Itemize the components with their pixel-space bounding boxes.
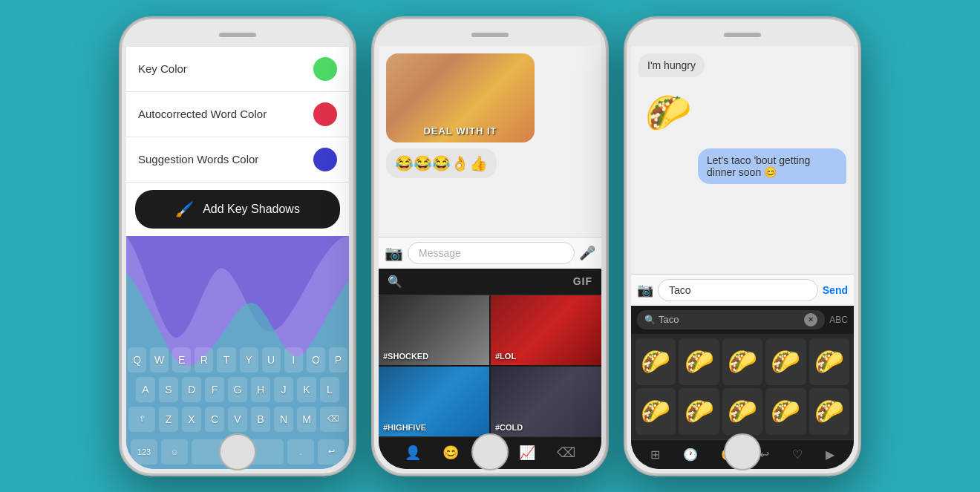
gif-cell-cold[interactable]: #COLD bbox=[491, 367, 601, 436]
key-emoji[interactable]: ☺ bbox=[161, 439, 188, 465]
phone-1-home-button[interactable] bbox=[219, 433, 256, 470]
taco-sticker-chat: 🌮 bbox=[638, 83, 698, 142]
gif-message-bubble: DEAL WITH IT bbox=[386, 53, 535, 142]
sticker-item-1[interactable]: 🌮 bbox=[636, 338, 676, 385]
sticker-item-7[interactable]: 🌮 bbox=[679, 388, 719, 435]
key-i[interactable]: I bbox=[284, 347, 303, 373]
phone-3: I'm hungry 🌮 Let's taco 'bout getting di… bbox=[624, 16, 861, 476]
key-l[interactable]: L bbox=[320, 377, 339, 402]
keyboard-settings-screen: Key Color Autocorrected Word Color Sugge… bbox=[126, 46, 349, 469]
key-k[interactable]: K bbox=[297, 377, 316, 402]
messages-chat-area: I'm hungry 🌮 Let's taco 'bout getting di… bbox=[631, 46, 854, 274]
key-t[interactable]: T bbox=[217, 347, 235, 373]
phone-3-screen: I'm hungry 🌮 Let's taco 'bout getting di… bbox=[631, 24, 854, 469]
gif-image: DEAL WITH IT bbox=[386, 53, 535, 142]
sticker-grid-icon[interactable]: ⊞ bbox=[650, 447, 660, 462]
gif-lol-tag: #LOL bbox=[495, 352, 516, 361]
gif-delete-icon[interactable]: ⌫ bbox=[557, 445, 575, 461]
phone-3-home-button[interactable] bbox=[724, 433, 761, 470]
camera-icon-3[interactable]: 📷 bbox=[637, 282, 653, 298]
suggestion-color-circle[interactable] bbox=[313, 148, 337, 171]
key-h[interactable]: H bbox=[251, 377, 270, 402]
sticker-item-8[interactable]: 🌮 bbox=[722, 388, 762, 435]
phones-container: Key Color Autocorrected Word Color Sugge… bbox=[0, 0, 980, 492]
key-period[interactable]: . bbox=[287, 439, 314, 465]
sticker-item-2[interactable]: 🌮 bbox=[679, 338, 719, 385]
gif-label: GIF bbox=[573, 275, 592, 287]
add-shadows-button[interactable]: 🖌️ Add Key Shadows bbox=[135, 190, 340, 229]
key-row-2: A S D F G H J K L bbox=[128, 377, 347, 402]
key-y[interactable]: Y bbox=[240, 347, 258, 373]
emoji-message: 😂😂😂👌👍 bbox=[386, 148, 497, 178]
sticker-abc-label[interactable]: ABC bbox=[829, 315, 848, 325]
key-w[interactable]: W bbox=[150, 347, 169, 373]
key-return[interactable]: ↩ bbox=[318, 439, 344, 465]
key-u[interactable]: U bbox=[262, 347, 281, 373]
key-g[interactable]: G bbox=[228, 377, 247, 402]
send-button[interactable]: Send bbox=[823, 284, 848, 296]
phone-2-top bbox=[379, 24, 601, 46]
gif-person-icon[interactable]: 👤 bbox=[405, 445, 421, 461]
mic-icon[interactable]: 🎤 bbox=[579, 245, 595, 261]
phone-1-screen: Key Color Autocorrected Word Color Sugge… bbox=[126, 24, 349, 469]
key-row-3: ⇧ Z X C V B N M ⌫ bbox=[128, 407, 347, 432]
key-q[interactable]: Q bbox=[128, 347, 146, 373]
key-o[interactable]: O bbox=[307, 347, 325, 373]
gif-cell-shocked[interactable]: #SHOCKED bbox=[379, 295, 489, 365]
gif-emoji-icon[interactable]: 😊 bbox=[442, 445, 459, 461]
gif-grid: #SHOCKED #LOL #HIGHFIVE #COLD bbox=[379, 295, 601, 436]
phone-2-home-button[interactable] bbox=[471, 433, 509, 470]
key-color-label: Key Color bbox=[138, 62, 187, 75]
key-a[interactable]: A bbox=[136, 377, 155, 402]
input-value: Taco bbox=[669, 284, 691, 296]
key-s[interactable]: S bbox=[159, 377, 178, 402]
autocorrected-color-label: Autocorrected Word Color bbox=[138, 108, 267, 120]
autocorrected-color-row[interactable]: Autocorrected Word Color bbox=[126, 92, 349, 137]
sticker-clock-icon[interactable]: 🕐 bbox=[683, 447, 698, 462]
sticker-item-4[interactable]: 🌮 bbox=[765, 338, 806, 385]
sticker-heart-icon[interactable]: ♡ bbox=[792, 447, 803, 462]
settings-section: Key Color Autocorrected Word Color Sugge… bbox=[126, 46, 349, 183]
gif-cell-lol[interactable]: #LOL bbox=[491, 295, 601, 365]
key-p[interactable]: P bbox=[329, 347, 347, 373]
key-d[interactable]: D bbox=[182, 377, 201, 402]
camera-icon[interactable]: 📷 bbox=[385, 244, 403, 262]
key-b[interactable]: B bbox=[251, 407, 270, 432]
sticker-item-5[interactable]: 🌮 bbox=[809, 338, 849, 385]
gif-cold-tag: #COLD bbox=[495, 423, 523, 432]
key-r[interactable]: R bbox=[195, 347, 213, 373]
message-text-input[interactable]: Taco bbox=[658, 279, 818, 301]
key-e[interactable]: E bbox=[172, 347, 191, 373]
key-j[interactable]: J bbox=[274, 377, 293, 402]
gif-overlay-text: DEAL WITH IT bbox=[423, 125, 497, 137]
key-x[interactable]: X bbox=[182, 407, 201, 432]
message-placeholder: Message bbox=[419, 247, 461, 259]
key-color-row[interactable]: Key Color bbox=[126, 46, 349, 92]
message-input[interactable]: Message bbox=[408, 242, 575, 264]
suggestion-color-row[interactable]: Suggestion Words Color bbox=[126, 137, 349, 183]
key-z[interactable]: Z bbox=[159, 407, 178, 432]
sticker-speaker-icon[interactable]: ▶ bbox=[826, 447, 834, 462]
sticker-item-6[interactable]: 🌮 bbox=[636, 388, 676, 435]
sticker-grid: 🌮 🌮 🌮 🌮 🌮 🌮 🌮 🌮 🌮 🌮 bbox=[631, 334, 854, 439]
suggestion-color-label: Suggestion Words Color bbox=[138, 153, 258, 165]
key-shift[interactable]: ⇧ bbox=[128, 407, 155, 432]
phone-2-screen: DEAL WITH IT 😂😂😂👌👍 📷 Message 🎤 bbox=[379, 24, 601, 469]
sticker-item-3[interactable]: 🌮 bbox=[722, 338, 762, 385]
sticker-item-10[interactable]: 🌮 bbox=[809, 388, 849, 435]
key-delete[interactable]: ⌫ bbox=[320, 407, 347, 432]
gif-trending-icon[interactable]: 📈 bbox=[519, 445, 535, 461]
key-color-circle[interactable] bbox=[313, 57, 337, 81]
autocorrected-color-circle[interactable] bbox=[313, 102, 337, 126]
key-n[interactable]: N bbox=[274, 407, 293, 432]
sticker-clear-button[interactable]: ✕ bbox=[804, 313, 817, 327]
key-m[interactable]: M bbox=[297, 407, 316, 432]
gif-search-icon[interactable]: 🔍 bbox=[388, 275, 402, 289]
sticker-item-9[interactable]: 🌮 bbox=[765, 388, 806, 435]
key-123[interactable]: 123 bbox=[131, 439, 157, 465]
sticker-search-input[interactable]: 🔍 Taco ✕ bbox=[637, 310, 825, 329]
key-v[interactable]: V bbox=[228, 407, 247, 432]
gif-cell-highfive[interactable]: #HIGHFIVE bbox=[379, 367, 489, 436]
key-c[interactable]: C bbox=[205, 407, 224, 432]
key-f[interactable]: F bbox=[205, 377, 224, 402]
